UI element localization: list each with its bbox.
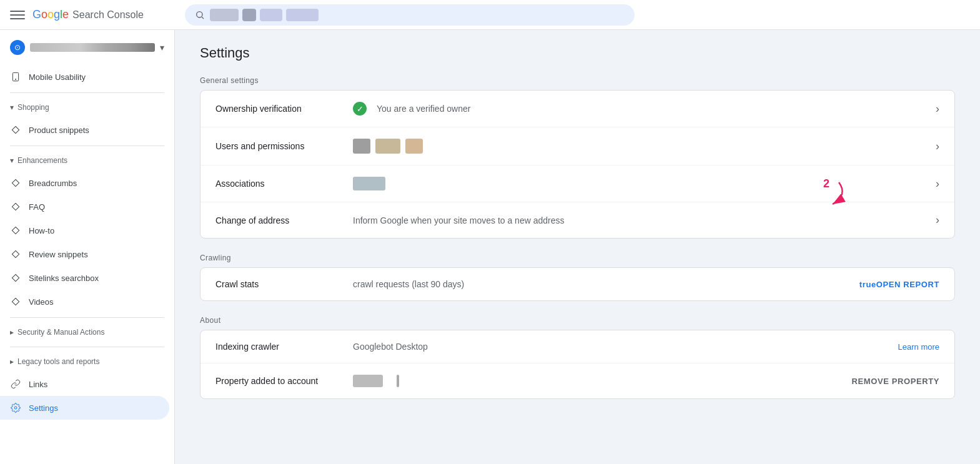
search-bar[interactable]	[185, 4, 635, 26]
crawl-stats-value: crawl requests (last 90 days)	[353, 279, 859, 289]
diamond-icon-breadcrumbs	[10, 177, 21, 189]
sidebar-item-breadcrumbs[interactable]: Breadcrumbs	[0, 171, 169, 195]
sidebar-item-how-to[interactable]: How-to	[0, 219, 169, 242]
svg-marker-5	[12, 179, 19, 186]
sidebar-item-label: Mobile Usability	[29, 72, 86, 82]
sidebar-item-mobile-usability[interactable]: Mobile Usability	[0, 65, 169, 89]
page-title: Settings	[200, 45, 955, 61]
sidebar-item-links[interactable]: Links	[0, 372, 169, 396]
avatar-3	[405, 139, 423, 154]
indexing-crawler-value-text: Googlebot Desktop	[353, 342, 428, 352]
sidebar-item-videos[interactable]: Videos	[0, 290, 169, 313]
change-address-row[interactable]: Change of address Inform Google when you…	[200, 202, 954, 238]
legacy-arrow: ▸	[10, 357, 14, 366]
diamond-icon-sitelinks	[10, 272, 21, 284]
divider-4	[10, 347, 164, 347]
learn-more-link[interactable]: Learn more	[898, 342, 939, 352]
settings-item-wrapper: Settings	[0, 396, 174, 420]
diamond-icon-videos	[10, 296, 21, 307]
divider-1	[10, 92, 164, 93]
legacy-section-wrapper: ▸ Legacy tools and reports 1	[0, 351, 174, 372]
users-label: Users and permissions	[215, 141, 353, 151]
property-bar-blurred	[397, 375, 399, 387]
topbar: Google Search Console	[0, 0, 980, 30]
hamburger-icon[interactable]	[10, 7, 25, 22]
open-report-label[interactable]: OPEN REPORT	[876, 280, 939, 289]
sidebar-item-label: FAQ	[29, 202, 45, 212]
svg-line-1	[202, 17, 204, 19]
sidebar-item-label: Videos	[29, 297, 54, 307]
sidebar-item-faq[interactable]: FAQ	[0, 195, 169, 219]
associations-label: Associations	[215, 179, 353, 189]
sidebar-section-shopping[interactable]: ▾ Shopping	[0, 97, 174, 118]
diamond-icon-product	[10, 124, 21, 136]
ownership-value-text: You are a verified owner	[377, 104, 470, 114]
sidebar-item-review-snippets[interactable]: Review snippets	[0, 242, 169, 266]
users-chevron: ›	[936, 140, 939, 153]
general-settings-label: General settings	[200, 76, 955, 85]
property-added-row[interactable]: Property added to account REMOVE PROPERT…	[200, 363, 954, 398]
about-card: Indexing crawler Googlebot Desktop Learn…	[200, 330, 955, 399]
verified-badge: ✓	[353, 102, 367, 116]
logo: Google Search Console	[32, 8, 144, 21]
security-arrow: ▸	[10, 328, 14, 337]
svg-point-0	[197, 11, 202, 17]
avatar-2	[375, 139, 400, 154]
sidebar-item-label: Breadcrumbs	[29, 179, 77, 188]
ownership-value: ✓ You are a verified owner	[353, 102, 936, 116]
sidebar-section-security[interactable]: ▸ Security & Manual Actions	[0, 322, 174, 343]
open-report-button[interactable]: true	[859, 280, 876, 289]
change-address-label: Change of address	[215, 215, 353, 225]
indexing-crawler-value: Googlebot Desktop	[353, 342, 898, 352]
change-address-value-text: Inform Google when your site moves to a …	[353, 215, 565, 225]
property-added-label: Property added to account	[215, 376, 353, 386]
search-pill-4	[286, 9, 319, 21]
links-icon	[10, 378, 21, 390]
sidebar-item-label: How-to	[29, 226, 54, 235]
svg-marker-8	[12, 250, 19, 257]
diamond-icon-faq	[10, 201, 21, 212]
crawling-card: Crawl stats crawl requests (last 90 days…	[200, 267, 955, 301]
users-permissions-row[interactable]: Users and permissions ›	[200, 127, 954, 165]
change-address-value: Inform Google when your site moves to a …	[353, 215, 936, 225]
property-value-blurred	[353, 375, 383, 387]
sidebar-item-label: Sitelinks searchbox	[29, 274, 99, 283]
sidebar: ⊙ ▾ Mobile Usability ▾ Shopping	[0, 30, 175, 464]
gear-icon	[10, 402, 21, 413]
property-dropdown-icon[interactable]: ▾	[160, 42, 164, 52]
logo-product: Search Console	[72, 9, 144, 21]
users-value	[353, 139, 936, 154]
crawl-stats-value-text: crawl requests (last 90 days)	[353, 279, 464, 289]
associations-value	[353, 177, 936, 190]
search-pill-3	[260, 9, 282, 21]
svg-marker-9	[12, 274, 19, 281]
about-section: About Indexing crawler Googlebot Desktop…	[200, 316, 955, 399]
sidebar-item-label: Links	[29, 380, 47, 389]
svg-marker-10	[12, 298, 19, 305]
associations-row[interactable]: Associations ›	[200, 165, 954, 202]
ownership-verification-row[interactable]: Ownership verification ✓ You are a verif…	[200, 91, 954, 127]
main-layout: ⊙ ▾ Mobile Usability ▾ Shopping	[0, 30, 980, 464]
property-selector[interactable]: ⊙ ▾	[0, 35, 174, 60]
svg-marker-4	[12, 126, 19, 133]
remove-property-button[interactable]: REMOVE PROPERTY	[852, 377, 939, 386]
topbar-left: Google Search Console	[10, 7, 185, 22]
search-icon	[195, 10, 205, 20]
indexing-crawler-row[interactable]: Indexing crawler Googlebot Desktop Learn…	[200, 330, 954, 363]
sidebar-item-settings[interactable]: Settings	[0, 396, 169, 420]
search-pills	[210, 9, 319, 21]
sidebar-section-legacy[interactable]: ▸ Legacy tools and reports	[0, 351, 174, 372]
sidebar-item-sitelinks-searchbox[interactable]: Sitelinks searchbox	[0, 266, 169, 290]
crawling-section: Crawling Crawl stats crawl requests (las…	[200, 254, 955, 301]
diamond-icon-howto	[10, 225, 21, 236]
sidebar-item-product-snippets[interactable]: Product snippets	[0, 118, 169, 142]
assoc-pill	[353, 177, 385, 190]
about-label: About	[200, 316, 955, 325]
sidebar-section-enhancements[interactable]: ▾ Enhancements	[0, 150, 174, 171]
search-pill-1	[210, 9, 239, 21]
general-settings-section: General settings Ownership verification …	[200, 76, 955, 239]
main-content: Settings General settings Ownership veri…	[175, 30, 980, 464]
crawl-stats-row[interactable]: Crawl stats crawl requests (last 90 days…	[200, 268, 954, 300]
associations-chevron: ›	[936, 177, 939, 190]
avatar-1	[353, 139, 370, 154]
